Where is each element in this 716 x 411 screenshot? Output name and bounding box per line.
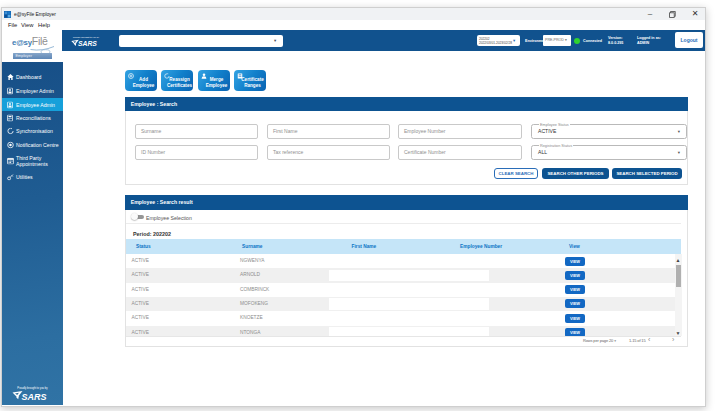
svg-text:SARS: SARS (22, 392, 47, 402)
svg-text:SARS: SARS (78, 40, 97, 47)
